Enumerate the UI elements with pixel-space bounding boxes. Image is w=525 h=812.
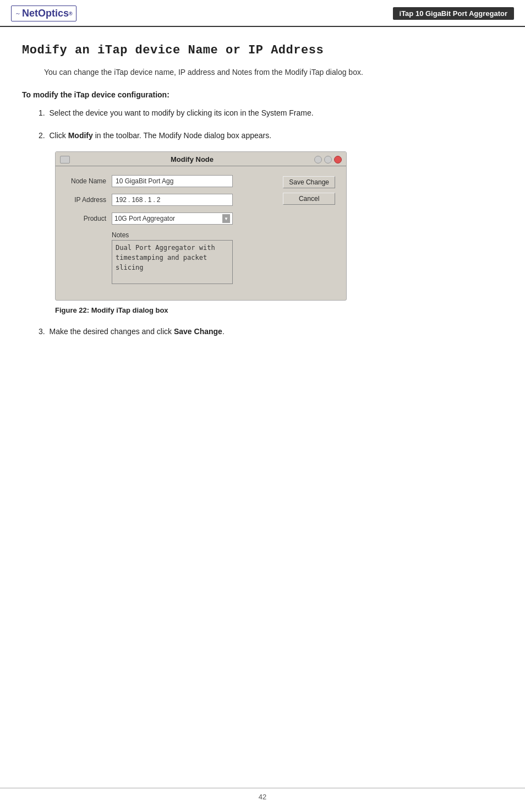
window-menu-button[interactable] <box>60 156 70 164</box>
node-name-row: Node Name <box>67 175 272 187</box>
notes-section: Notes Dual Port Aggregator with timestam… <box>112 231 272 286</box>
main-content: Modify an iTap device Name or IP Address… <box>0 27 525 370</box>
dialog-fields: Node Name IP Address 192 . 168 . 1 . <box>67 175 272 286</box>
cancel-button[interactable]: Cancel <box>283 193 335 205</box>
close-button[interactable] <box>334 156 342 164</box>
page-footer: 42 <box>0 788 525 801</box>
ip-oct3: 1 <box>148 196 152 204</box>
product-row: Product 10G Port Aggregator ▼ <box>67 212 272 225</box>
maximize-button[interactable] <box>324 156 332 164</box>
step-3-prefix: Make the desired changes and click <box>49 327 173 336</box>
logo-tilde: ～ <box>15 9 21 18</box>
step-2-bold: Modify <box>68 131 93 140</box>
dialog-screenshot: Modify Node Node Name <box>55 151 347 301</box>
step-2: 2. Click Modify in the toolbar. The Modi… <box>39 129 503 141</box>
dialog-titlebar: Modify Node <box>56 152 346 166</box>
product-value: 10G Port Aggregator <box>114 215 222 222</box>
step-1-text: Select the device you want to modify by … <box>49 108 313 117</box>
ip-oct2: 168 <box>132 196 143 204</box>
steps-list: 1. Select the device you want to modify … <box>39 107 503 337</box>
node-name-input[interactable] <box>112 175 233 187</box>
logo-net: Net <box>22 8 38 19</box>
notes-textarea[interactable]: Dual Port Aggregator with timestamping a… <box>112 240 233 284</box>
product-select[interactable]: 10G Port Aggregator ▼ <box>112 212 233 225</box>
intro-paragraph: You can change the iTap device name, IP … <box>44 66 503 78</box>
step-3-suffix: . <box>222 327 225 336</box>
step-2-prefix: Click <box>49 131 68 140</box>
minimize-button[interactable] <box>314 156 322 164</box>
node-name-label: Node Name <box>67 177 106 185</box>
ip-address-row: IP Address 192 . 168 . 1 . 2 <box>67 194 272 206</box>
dialog-body: Node Name IP Address 192 . 168 . 1 . <box>56 166 346 291</box>
ip-oct4: 2 <box>157 196 161 204</box>
step-3: 3. Make the desired changes and click Sa… <box>39 325 503 337</box>
ip-address-input[interactable]: 192 . 168 . 1 . 2 <box>112 194 233 206</box>
product-label: Product <box>67 215 106 222</box>
ip-address-label: IP Address <box>67 196 106 204</box>
logo: ～ Net Optics ® <box>11 6 76 21</box>
figure-caption: Figure 22: Modify iTap dialog box <box>55 306 503 314</box>
dialog-actions: Save Change Cancel <box>283 175 335 205</box>
dropdown-arrow-icon[interactable]: ▼ <box>222 214 230 223</box>
step-1: 1. Select the device you want to modify … <box>39 107 503 119</box>
page-header: ～ Net Optics ® iTap 10 GigaBit Port Aggr… <box>0 0 525 27</box>
notes-label: Notes <box>112 231 272 239</box>
step-2-suffix: in the toolbar. The Modify Node dialog b… <box>93 131 271 140</box>
window-controls <box>314 156 342 164</box>
logo-optics: Optics <box>38 8 69 19</box>
page-heading: Modify an iTap device Name or IP Address <box>22 43 503 57</box>
save-change-button[interactable]: Save Change <box>283 176 335 188</box>
logo-reg: ® <box>69 11 73 17</box>
header-title: iTap 10 GigaBit Port Aggregator <box>393 7 514 20</box>
step-3-bold: Save Change <box>174 327 222 336</box>
dialog-title: Modify Node <box>70 155 314 164</box>
section-heading: To modify the iTap device configuration: <box>22 90 503 99</box>
ip-oct1: 192 <box>116 196 127 204</box>
page-number: 42 <box>259 793 266 801</box>
